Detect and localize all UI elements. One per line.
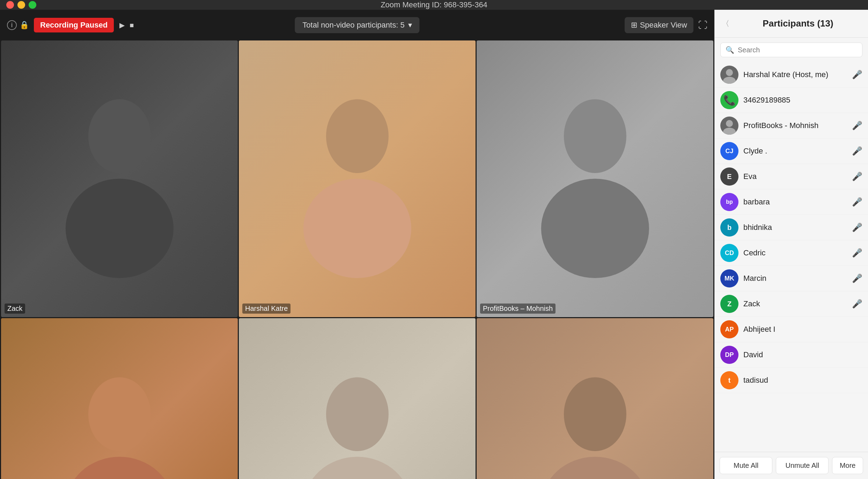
search-box: 🔍 (720, 43, 862, 57)
avatar-clyde: CJ (720, 142, 738, 160)
svg-point-19 (723, 128, 736, 135)
video-feed-clyde (477, 318, 713, 479)
fullscreen-button[interactable]: ⛶ (698, 20, 707, 31)
recording-label: Recording Paused (40, 21, 108, 30)
title-bar: Zoom Meeting ID: 968-395-364 (0, 0, 868, 10)
mute-all-button[interactable]: Mute All (720, 457, 772, 474)
search-input[interactable] (738, 46, 857, 54)
maximize-button[interactable] (29, 1, 36, 9)
participant-name-david: David (743, 350, 862, 359)
non-video-label: Total non-video participants: 5 (302, 21, 404, 30)
participant-name-bhidnika: bhidnika (743, 223, 847, 232)
window-title: Zoom Meeting ID: 968-395-364 (381, 0, 487, 9)
video-feed-profitbooks (477, 40, 713, 317)
avatar-abhijeet: AP (720, 320, 738, 338)
video-cell-zack: Zack (1, 40, 238, 317)
collapse-button[interactable]: 〈 (722, 18, 729, 29)
participant-item: CD Cedric 🎤 (715, 240, 868, 266)
main-layout: i 🔒 Recording Paused ▶ ■ Total non-video… (0, 10, 868, 479)
participant-name-zack: Zack (743, 299, 847, 308)
svg-point-6 (88, 377, 150, 451)
svg-point-8 (326, 377, 388, 451)
panel-title: Participants (13) (735, 18, 861, 29)
participant-item: 📞 34629189885 (715, 88, 868, 113)
minimize-button[interactable] (17, 1, 25, 9)
participant-name-clyde: Clyde . (743, 147, 847, 156)
svg-point-10 (564, 377, 626, 451)
video-area: i 🔒 Recording Paused ▶ ■ Total non-video… (0, 10, 714, 479)
speaker-view-label: Speaker View (640, 21, 687, 30)
avatar-bhidnika: b (720, 218, 738, 237)
microphone-icon-zack: 🎤 (852, 299, 862, 309)
participant-label-harshal: Harshal Katre (242, 304, 290, 314)
microphone-muted-icon-barbara: 🎤 (852, 197, 862, 207)
participant-item: E Eva 🎤 (715, 164, 868, 189)
svg-point-3 (303, 179, 411, 278)
traffic-lights (6, 1, 36, 9)
svg-point-7 (65, 457, 173, 479)
search-icon: 🔍 (726, 46, 734, 54)
lock-icon[interactable]: 🔒 (20, 21, 29, 30)
panel-header: 〈 Participants (13) (715, 10, 868, 38)
svg-point-4 (564, 99, 626, 173)
microphone-icon-harshal: 🎤 (852, 70, 862, 80)
avatar-mohnish (720, 117, 738, 135)
video-cell-clyde: Clyde Joseph (477, 318, 713, 479)
svg-point-1 (65, 179, 173, 278)
participant-item: ProfitBooks - Mohnish 🎤 (715, 113, 868, 139)
participant-name-phone: 34629189885 (743, 96, 862, 105)
recording-badge: Recording Paused (34, 18, 114, 32)
svg-point-5 (541, 179, 649, 278)
top-bar: i 🔒 Recording Paused ▶ ■ Total non-video… (0, 10, 714, 40)
info-icon[interactable]: i (7, 20, 17, 30)
microphone-icon-clyde: 🎤 (852, 146, 862, 156)
avatar-zack: Z (720, 295, 738, 313)
participant-item: Z Zack 🎤 (715, 291, 868, 317)
avatar-marcin: MK (720, 269, 738, 287)
microphone-icon-eva: 🎤 (852, 172, 862, 181)
stop-button[interactable]: ■ (130, 21, 134, 29)
more-options-button[interactable]: More (832, 457, 863, 474)
avatar-cedric: CD (720, 244, 738, 262)
participant-item: CJ Clyde . 🎤 (715, 139, 868, 164)
participant-item: t tadisud (715, 368, 868, 393)
participant-list: Harshal Katre (Host, me) 🎤 📞 34629189885… (715, 62, 868, 452)
chevron-down-icon: ▾ (408, 21, 412, 30)
video-cell-bhidnika: bhidnika 🎤 (239, 318, 476, 479)
participant-label-zack: Zack (5, 304, 25, 314)
view-controls: ⊞ Speaker View ⛶ (625, 17, 707, 33)
microphone-muted-icon-marcin: 🎤 (852, 274, 862, 283)
avatar-phone: 📞 (720, 91, 738, 109)
video-cell-harshal: Harshal Katre (239, 40, 476, 317)
participants-panel: 〈 Participants (13) 🔍 Harshal Katre (Hos… (714, 10, 868, 479)
participant-name-cedric: Cedric (743, 248, 847, 257)
participant-item: bp barbara 🎤 (715, 189, 868, 215)
grid-icon: ⊞ (631, 21, 637, 30)
svg-point-18 (726, 120, 733, 127)
video-feed-zack (1, 40, 238, 317)
avatar-eva: E (720, 167, 738, 186)
video-feed-harshal (239, 40, 476, 317)
close-button[interactable] (6, 1, 14, 9)
participant-item: Harshal Katre (Host, me) 🎤 (715, 62, 868, 88)
participant-item: DP David (715, 342, 868, 368)
video-feed-eva (1, 318, 238, 479)
play-button[interactable]: ▶ (119, 21, 125, 29)
panel-footer: Mute All Unmute All More (715, 452, 868, 479)
unmute-all-button[interactable]: Unmute All (776, 457, 829, 474)
speaker-view-button[interactable]: ⊞ Speaker View (625, 17, 693, 33)
microphone-icon-mohnish: 🎤 (852, 121, 862, 130)
microphone-muted-icon-bhidnika: 🎤 (852, 223, 862, 232)
microphone-muted-icon-cedric: 🎤 (852, 248, 862, 258)
participant-name-tadisud: tadisud (743, 376, 862, 385)
video-feed-bhidnika (239, 318, 476, 479)
svg-point-0 (88, 99, 150, 173)
video-grid: Zack Harshal Katre (0, 40, 714, 479)
participant-item: b bhidnika 🎤 (715, 215, 868, 240)
participant-name-barbara: barbara (743, 197, 847, 207)
video-row-2: Eva bhidnika 🎤 (1, 318, 713, 479)
svg-point-11 (541, 457, 649, 479)
non-video-participants[interactable]: Total non-video participants: 5 ▾ (295, 17, 419, 33)
participant-item: AP Abhijeet I (715, 317, 868, 342)
participant-name-abhijeet: Abhijeet I (743, 325, 862, 334)
